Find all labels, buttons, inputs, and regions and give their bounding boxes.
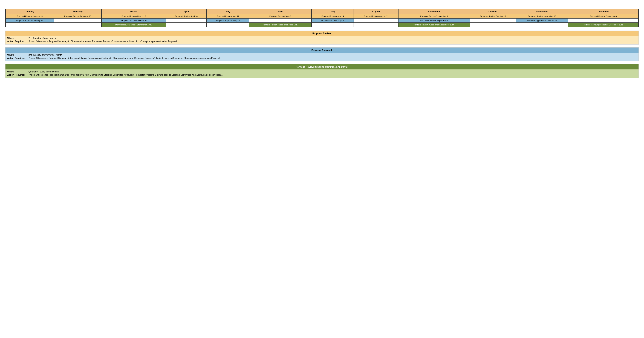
calendar-cell: Proposal Review May 12 bbox=[206, 14, 249, 18]
calendar-cell bbox=[206, 23, 249, 27]
calendar-header-july: July bbox=[312, 9, 354, 14]
legend-row: When:2nd Tuesday of every other Month bbox=[7, 54, 637, 56]
calendar-header-september: September bbox=[398, 9, 470, 14]
legend-value: 2nd Tuesday of every other Month bbox=[28, 54, 62, 56]
calendar-cell bbox=[54, 23, 102, 27]
calendar-cell: Proposal Review January 13 bbox=[6, 14, 54, 18]
legend-value: 2nd Tuesday of each Month bbox=[28, 37, 56, 39]
calendar-cell: Proposal Approval January 13 bbox=[6, 18, 54, 23]
legend-label: When: bbox=[7, 70, 28, 73]
calendar-header-may: May bbox=[206, 9, 249, 14]
legend-row: Action Required:Project Office sends Pro… bbox=[7, 74, 637, 76]
legend-header-proposal_approval: Proposal Approval: bbox=[6, 47, 638, 53]
calendar-cell: Proposal Review February 10 bbox=[54, 14, 102, 18]
legend-value: Quarterly - Every three months bbox=[28, 70, 59, 73]
legend-section-portfolio_review: Portfolio Review: Steering Committee App… bbox=[5, 64, 639, 78]
calendar-cell bbox=[54, 18, 102, 23]
calendar-header-november: November bbox=[516, 9, 568, 14]
calendar-cell: Proposal Review December 8 bbox=[568, 14, 638, 18]
calendar-cell: Portfolio Review (week after December 10… bbox=[568, 23, 638, 27]
calendar-header-april: April bbox=[166, 9, 206, 14]
legend-body-proposal_review: When:2nd Tuesday of each MonthAction Req… bbox=[6, 36, 638, 44]
calendar-cell: Proposal Review June 9 bbox=[249, 14, 312, 18]
calendar-cell: Portfolio Review (week after March 10th) bbox=[102, 23, 166, 27]
calendar-cell: Proposal Approval March 10 bbox=[102, 18, 166, 23]
calendar-cell: Proposal Review July 14 bbox=[312, 14, 354, 18]
calendar-cell bbox=[568, 18, 638, 23]
calendar-cell bbox=[312, 23, 354, 27]
calendar-header-february: February bbox=[54, 9, 102, 14]
legend-row: Action Required:Project Office sends Pro… bbox=[7, 57, 637, 59]
calendar-cell bbox=[166, 23, 206, 27]
calendar-table: JanuaryFebruaryMarchAprilMayJuneJulyAugu… bbox=[5, 9, 639, 27]
legend-value: Project Office sends Proposal Summaries … bbox=[28, 74, 223, 76]
legend-value: Project Office sends Proposal Summary (a… bbox=[28, 57, 220, 59]
legend-label: Action Required: bbox=[7, 40, 28, 42]
legend-row: When:Quarterly - Every three months bbox=[7, 70, 637, 73]
legend-label: Action Required: bbox=[7, 57, 28, 59]
calendar-cell bbox=[354, 23, 398, 27]
legend-label: Action Required: bbox=[7, 74, 28, 76]
calendar-cell: Proposal Review April 14 bbox=[166, 14, 206, 18]
calendar-cell bbox=[249, 18, 312, 23]
calendar-cell: Proposal Review March 10 bbox=[102, 14, 166, 18]
legend-row: Action Required:Project Office sends Pro… bbox=[7, 40, 637, 42]
calendar-header-january: January bbox=[6, 9, 54, 14]
calendar-cell: Proposal Approval May 12 bbox=[206, 18, 249, 23]
legend-row: When:2nd Tuesday of each Month bbox=[7, 37, 637, 39]
calendar-cell: Proposal Review September 8 bbox=[398, 14, 470, 18]
calendar-cell: Proposal Approval July 14 bbox=[312, 18, 354, 23]
legend-body-proposal_approval: When:2nd Tuesday of every other MonthAct… bbox=[6, 53, 638, 61]
calendar-header-june: June bbox=[249, 9, 312, 14]
calendar-header-december: December bbox=[568, 9, 638, 14]
legend-header-portfolio_review: Portfolio Review: Steering Committee App… bbox=[6, 64, 638, 69]
calendar-cell bbox=[166, 18, 206, 23]
legend-section-proposal_approval: Proposal Approval:When:2nd Tuesday of ev… bbox=[5, 47, 639, 61]
calendar-cell: Proposal Review November 10 bbox=[516, 14, 568, 18]
legend-body-portfolio_review: When:Quarterly - Every three monthsActio… bbox=[6, 69, 638, 78]
calendar-cell: Proposal Approval September 8 bbox=[398, 18, 470, 23]
calendar-header-august: August bbox=[354, 9, 398, 14]
calendar-header-october: October bbox=[470, 9, 516, 14]
legend-label: When: bbox=[7, 37, 28, 39]
calendar-cell bbox=[354, 18, 398, 23]
legend-label: When: bbox=[7, 54, 28, 56]
calendar-cell: Portfolio Review (week after June 10th) bbox=[249, 23, 312, 27]
calendar-cell: Proposal Approval November 10 bbox=[516, 18, 568, 23]
calendar-cell bbox=[470, 18, 516, 23]
calendar-cell: Portfolio Review (week after September 1… bbox=[398, 23, 470, 27]
calendar-cell bbox=[6, 23, 54, 27]
calendar-cell: Proposal Review August 11 bbox=[354, 14, 398, 18]
calendar-cell bbox=[470, 23, 516, 27]
legend-value: Project Office sends Proposal Summary to… bbox=[28, 40, 177, 42]
calendar-header-march: March bbox=[102, 9, 166, 14]
calendar-cell bbox=[516, 23, 568, 27]
legend-header-proposal_review: Proposal Review: bbox=[6, 31, 638, 36]
legend-section-proposal_review: Proposal Review:When:2nd Tuesday of each… bbox=[5, 30, 639, 44]
calendar-cell: Proposal Review October 13 bbox=[470, 14, 516, 18]
